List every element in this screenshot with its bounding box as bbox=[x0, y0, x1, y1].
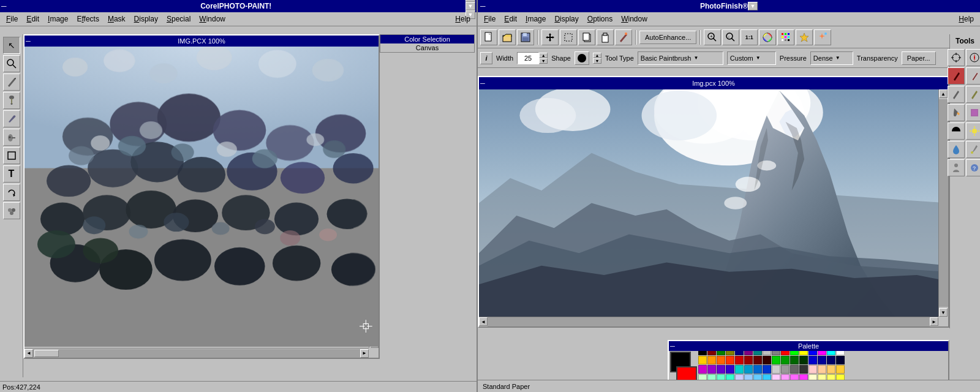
color-swatch-45[interactable] bbox=[818, 365, 826, 374]
color-swatch-21[interactable] bbox=[744, 356, 753, 364]
imgpcx2-scroll-down[interactable]: ▼ bbox=[939, 308, 948, 317]
corel-scroll-down[interactable]: ▼ bbox=[466, 2, 475, 10]
corel-tool-zoom[interactable] bbox=[3, 55, 20, 72]
rt-sun[interactable] bbox=[966, 123, 981, 140]
tb-save-btn[interactable] bbox=[517, 29, 534, 45]
color-swatch-19[interactable] bbox=[726, 356, 734, 364]
color-swatch-4[interactable] bbox=[735, 351, 744, 355]
color-swatch-17[interactable] bbox=[707, 356, 716, 364]
color-swatch-0[interactable] bbox=[698, 351, 707, 355]
tb-color-btn[interactable] bbox=[759, 29, 776, 45]
tb-zoom-in-btn[interactable]: + bbox=[704, 29, 721, 45]
imgpcx-sys-btn[interactable]: ─ bbox=[26, 37, 31, 45]
photo-menu-help[interactable]: Help bbox=[955, 13, 978, 24]
color-swatch-47[interactable] bbox=[836, 365, 845, 374]
color-swatch-46[interactable] bbox=[827, 365, 835, 374]
rt-pencil2[interactable] bbox=[966, 86, 981, 103]
rt-fill1[interactable] bbox=[948, 104, 965, 121]
tb-move-btn[interactable] bbox=[541, 29, 559, 45]
rt-brush1[interactable] bbox=[948, 67, 965, 85]
imgpcx2-scroll-up[interactable]: ▲ bbox=[939, 89, 948, 98]
color-swatch-1[interactable] bbox=[707, 351, 716, 355]
color-swatch-22[interactable] bbox=[753, 356, 762, 364]
color-swatch-30[interactable] bbox=[827, 356, 835, 364]
photo-menu-options[interactable]: Options bbox=[584, 13, 616, 24]
corel-tool-brush[interactable] bbox=[3, 92, 20, 109]
color-swatch-23[interactable] bbox=[763, 356, 771, 364]
color-swatch-12[interactable] bbox=[809, 351, 817, 355]
tb-zoom-100-btn[interactable]: 1:1 bbox=[741, 29, 758, 45]
color-swatch-8[interactable] bbox=[772, 351, 780, 355]
rt-pencil1[interactable] bbox=[948, 86, 965, 103]
width-input[interactable] bbox=[517, 52, 539, 64]
rt-fill2[interactable] bbox=[966, 104, 981, 121]
color-swatch-44[interactable] bbox=[809, 365, 817, 374]
color-swatch-42[interactable] bbox=[790, 365, 799, 374]
color-swatch-2[interactable] bbox=[717, 351, 725, 355]
rt-special[interactable]: ? bbox=[966, 159, 981, 176]
color-swatch-28[interactable] bbox=[809, 356, 817, 364]
corel-tool-pen[interactable] bbox=[3, 110, 20, 127]
tb-open-btn[interactable] bbox=[499, 29, 516, 45]
corel-menu-help[interactable]: Help bbox=[451, 13, 474, 24]
color-swatch-5[interactable] bbox=[744, 351, 753, 355]
color-swatch-6[interactable] bbox=[753, 351, 762, 355]
corel-menu-window[interactable]: Window bbox=[195, 13, 229, 24]
auto-enhance-btn[interactable]: AutoEnhance... bbox=[639, 31, 696, 44]
corel-tool-text[interactable]: T bbox=[3, 165, 20, 183]
color-swatch-39[interactable] bbox=[763, 365, 771, 374]
imgpcx2-scroll-h-track[interactable] bbox=[488, 317, 930, 326]
corel-menu-effects[interactable]: Effects bbox=[73, 13, 102, 24]
shape-spin-up[interactable]: ▲ bbox=[593, 53, 601, 58]
rt-eyedropper[interactable] bbox=[966, 141, 981, 158]
color-swatch-15[interactable] bbox=[836, 351, 845, 355]
corel-sys-btn[interactable]: ─ bbox=[1, 2, 7, 10]
photo-menu-display[interactable]: Display bbox=[551, 13, 582, 24]
color-swatch-20[interactable] bbox=[735, 356, 744, 364]
photo-sys-btn[interactable]: ─ bbox=[480, 2, 486, 10]
tb-retouch-btn[interactable] bbox=[615, 29, 632, 45]
color-swatch-13[interactable] bbox=[818, 351, 826, 355]
rt-compass[interactable] bbox=[966, 49, 981, 66]
width-spin-up[interactable]: ▲ bbox=[539, 53, 548, 58]
imgpcx2-sys-btn[interactable]: ─ bbox=[480, 80, 485, 87]
color-swatch-34[interactable] bbox=[717, 365, 725, 374]
tb-palette-btn[interactable] bbox=[777, 29, 794, 45]
tb-effects-btn[interactable] bbox=[796, 29, 813, 45]
color-swatch-14[interactable] bbox=[827, 351, 835, 355]
color-swatch-31[interactable] bbox=[836, 356, 845, 364]
corel-menu-file[interactable]: File bbox=[2, 13, 21, 24]
corel-tool-arrow[interactable]: ↖ bbox=[3, 37, 20, 54]
corel-tool-rotate[interactable] bbox=[3, 184, 20, 201]
corel-menu-display[interactable]: Display bbox=[130, 13, 162, 24]
rt-crosshair[interactable] bbox=[948, 49, 965, 66]
tool-info-btn[interactable]: i bbox=[480, 52, 492, 64]
color-swatch-40[interactable] bbox=[772, 365, 780, 374]
photo-menu-image[interactable]: Image bbox=[522, 13, 549, 24]
color-swatch-27[interactable] bbox=[799, 356, 808, 364]
corel-tool-clone[interactable] bbox=[3, 202, 20, 219]
imgpcx2-scroll-left[interactable]: ◄ bbox=[479, 317, 488, 326]
color-swatch-29[interactable] bbox=[818, 356, 826, 364]
color-swatch-43[interactable] bbox=[799, 365, 808, 374]
color-swatch-41[interactable] bbox=[781, 365, 790, 374]
rt-person[interactable] bbox=[948, 159, 965, 176]
density-dropdown[interactable]: Dense ▼ bbox=[810, 51, 853, 65]
palette-sys-btn[interactable]: ─ bbox=[670, 342, 675, 350]
corel-menu-image[interactable]: Image bbox=[44, 13, 72, 24]
rt-teardrop[interactable] bbox=[948, 141, 965, 158]
tb-paste-btn[interactable] bbox=[597, 29, 614, 45]
photo-menu-edit[interactable]: Edit bbox=[500, 13, 521, 24]
color-swatch-37[interactable] bbox=[744, 365, 753, 374]
tb-magic-btn[interactable] bbox=[814, 29, 831, 45]
imgpcx-scroll-h-thumb[interactable] bbox=[34, 350, 59, 357]
rt-brush2[interactable] bbox=[966, 67, 981, 85]
color-swatch-7[interactable] bbox=[763, 351, 771, 355]
tb-copy-btn[interactable] bbox=[578, 29, 595, 45]
shape-selector[interactable] bbox=[575, 51, 589, 65]
corel-menu-mask[interactable]: Mask bbox=[104, 13, 129, 24]
corel-tool-airbrush[interactable] bbox=[3, 129, 20, 146]
shape-spin-down[interactable]: ▼ bbox=[593, 58, 601, 64]
color-swatch-33[interactable] bbox=[707, 365, 716, 374]
color-swatch-38[interactable] bbox=[753, 365, 762, 374]
